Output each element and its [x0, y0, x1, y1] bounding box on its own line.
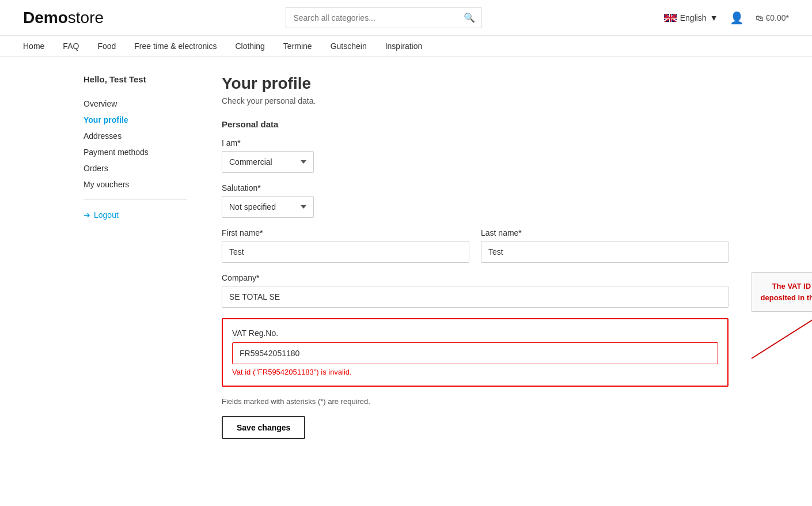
company-input[interactable] [222, 286, 728, 308]
nav-clothing[interactable]: Clothing [235, 41, 264, 51]
iam-label: I am* [222, 138, 728, 148]
lastname-group: Last name* [481, 228, 728, 263]
chevron-down-icon: ▼ [710, 13, 718, 22]
search-input[interactable] [286, 9, 458, 27]
main-content: Your profile Check your personal data. P… [222, 74, 728, 439]
cart-button[interactable]: 🛍 €0.00* [756, 13, 789, 22]
logo-light: store [68, 9, 104, 27]
nav-food[interactable]: Food [97, 41, 116, 51]
nav-inspiration[interactable]: Inspiration [385, 41, 423, 51]
page-layout: Hello, Test Test Overview Your profile A… [60, 57, 752, 456]
logout-label: Logout [94, 210, 119, 220]
logo-bold: Demo [23, 9, 68, 27]
account-button[interactable]: 👤 [730, 11, 744, 25]
salutation-group: Salutation* Not specified Mr. Ms. [222, 183, 728, 218]
sidebar-nav: Overview Your profile Addresses Payment … [84, 96, 187, 192]
vat-input[interactable] [232, 342, 718, 364]
flag-icon [664, 14, 677, 22]
search-button[interactable]: 🔍 [458, 7, 481, 28]
page-subtitle: Check your personal data. [222, 96, 728, 105]
sidebar-item-addresses[interactable]: Addresses [84, 128, 187, 144]
nav-free-time[interactable]: Free time & electronics [134, 41, 217, 51]
vat-section: VAT Reg.No. Vat id ("FR59542051183") is … [222, 318, 728, 387]
svg-rect-8 [664, 17, 677, 18]
save-changes-button[interactable]: Save changes [222, 416, 305, 439]
main-nav: Home FAQ Food Free time & electronics Cl… [0, 36, 812, 57]
nav-termine[interactable]: Termine [283, 41, 312, 51]
firstname-input[interactable] [222, 241, 469, 263]
firstname-label: First name* [222, 228, 469, 237]
lastname-input[interactable] [481, 241, 728, 263]
vat-label: VAT Reg.No. [232, 328, 718, 338]
sidebar-item-my-vouchers[interactable]: My vouchers [84, 176, 187, 192]
iam-select[interactable]: Commercial Private [222, 151, 314, 173]
sidebar: Hello, Test Test Overview Your profile A… [84, 74, 187, 439]
language-selector[interactable]: English ▼ [664, 13, 718, 22]
name-row: First name* Last name* [222, 228, 728, 263]
search-bar: 🔍 [286, 7, 481, 28]
nav-gutschein[interactable]: Gutschein [331, 41, 367, 51]
cart-icon: 🛍 [756, 13, 764, 22]
company-label: Company* [222, 273, 728, 282]
tooltip-text: The VAT ID is validated when deposited i… [761, 282, 812, 302]
sidebar-divider [84, 199, 187, 200]
site-header: Demostore 🔍 English ▼ 👤 🛍 €0.00* Home FA… [0, 0, 812, 57]
vat-tooltip: The VAT ID is validated when deposited i… [752, 272, 812, 312]
sidebar-item-your-profile[interactable]: Your profile [84, 112, 187, 128]
cart-total: €0.00* [766, 13, 789, 22]
language-label: English [680, 13, 707, 22]
firstname-group: First name* [222, 228, 469, 263]
company-group: Company* [222, 273, 728, 308]
site-logo[interactable]: Demostore [23, 9, 104, 27]
section-personal-data: Personal data [222, 119, 728, 129]
logout-icon: ➔ [84, 210, 90, 220]
sidebar-item-overview[interactable]: Overview [84, 96, 187, 112]
user-greeting: Hello, Test Test [84, 74, 187, 84]
salutation-label: Salutation* [222, 183, 728, 192]
page-title: Your profile [222, 74, 728, 93]
salutation-select[interactable]: Not specified Mr. Ms. [222, 196, 314, 218]
iam-group: I am* Commercial Private [222, 138, 728, 173]
vat-error-message: Vat id ("FR59542051183") is invalid. [232, 368, 718, 376]
vat-annotation-container: VAT Reg.No. Vat id ("FR59542051183") is … [222, 318, 728, 387]
lastname-label: Last name* [481, 228, 728, 237]
header-actions: English ▼ 👤 🛍 €0.00* [664, 11, 789, 25]
sidebar-item-orders[interactable]: Orders [84, 160, 187, 176]
nav-home[interactable]: Home [23, 41, 44, 51]
nav-faq[interactable]: FAQ [63, 41, 79, 51]
logout-button[interactable]: ➔ Logout [84, 207, 119, 223]
required-note: Fields marked with asterisks (*) are req… [222, 397, 728, 406]
sidebar-item-payment-methods[interactable]: Payment methods [84, 144, 187, 160]
